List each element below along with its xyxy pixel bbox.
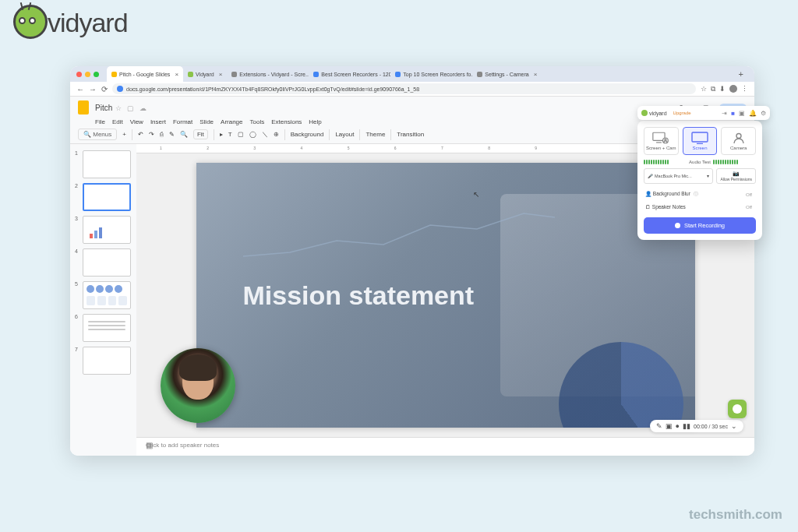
background-button[interactable]: Background xyxy=(291,131,324,138)
slide-thumbnails: 1 2 3 4 5 6 7 xyxy=(70,144,136,456)
thumbnail-2[interactable]: 2 xyxy=(75,183,132,211)
ext-vidyard-logo[interactable]: vidyard xyxy=(641,110,667,116)
menu-help[interactable]: Help xyxy=(309,118,321,125)
line-tool[interactable]: ＼ xyxy=(262,130,268,139)
layout-button[interactable]: Layout xyxy=(335,131,354,138)
back-button[interactable]: ← xyxy=(76,85,84,93)
close-tab-icon[interactable]: × xyxy=(531,71,538,78)
profile-avatar[interactable] xyxy=(729,85,737,93)
comment-tool[interactable]: ⊕ xyxy=(274,131,279,138)
info-icon[interactable]: ⓘ xyxy=(694,192,698,196)
pointer-icon[interactable]: ▣ xyxy=(666,422,673,430)
start-recording-button[interactable]: Start Recording xyxy=(644,217,756,234)
address-bar: ← → ⟳ docs.google.com/presentation/d/1Pf… xyxy=(70,82,754,97)
shape-tool[interactable]: ◯ xyxy=(249,131,256,138)
grid-view-icon[interactable]: ▦ xyxy=(146,441,153,449)
site-info-icon[interactable] xyxy=(117,86,123,92)
toggle-state: Off xyxy=(746,192,752,197)
vidyard-ant-icon xyxy=(12,6,44,39)
menu-tools[interactable]: Tools xyxy=(250,118,265,125)
audio-test-label: Audio Test xyxy=(689,160,711,164)
menu-insert[interactable]: Insert xyxy=(150,118,166,125)
mode-label: Screen + Cam xyxy=(646,146,676,150)
window-controls[interactable] xyxy=(76,72,99,77)
allow-permissions-button[interactable]: 📷Allow Permissions xyxy=(716,168,756,184)
menu-extensions[interactable]: Extensions xyxy=(271,118,302,125)
extension-header: vidyard Upgrade ⇥ ■ ▣ 🔔 ⚙ xyxy=(637,106,770,120)
zoom-fit[interactable]: Fit xyxy=(193,129,208,139)
print-button[interactable]: ⎙ xyxy=(160,131,164,138)
tab-0[interactable]: Pitch - Google Slides× xyxy=(107,66,183,82)
vidyard-floating-badge[interactable] xyxy=(728,400,747,418)
close-tab-icon[interactable]: × xyxy=(217,71,223,78)
pen-icon[interactable]: ✎ xyxy=(656,422,662,430)
theme-button[interactable]: Theme xyxy=(365,131,385,138)
extensions-icon[interactable]: ⧉ xyxy=(711,85,715,93)
mode-screen[interactable]: Screen xyxy=(683,127,718,155)
webcam-overlay[interactable] xyxy=(161,348,235,423)
slide-heading[interactable]: Mission statement xyxy=(243,280,475,311)
menu-edit[interactable]: Edit xyxy=(112,118,123,125)
thumbnail-7[interactable]: 7 xyxy=(75,347,132,375)
undo-button[interactable]: ↶ xyxy=(138,131,143,138)
tab-3[interactable]: Best Screen Recorders - 120...× xyxy=(309,66,390,82)
menu-file[interactable]: File xyxy=(95,118,105,125)
menu-arrange[interactable]: Arrange xyxy=(221,118,242,125)
current-slide[interactable]: Mission statement ↖ xyxy=(196,163,695,428)
record-icon[interactable]: ● xyxy=(676,422,680,430)
document-title[interactable]: Pitch☆ ▢ ☁ xyxy=(95,104,147,112)
thumbnail-6[interactable]: 6 xyxy=(75,314,132,342)
textbox-tool[interactable]: T xyxy=(228,131,232,138)
transition-button[interactable]: Transition xyxy=(397,131,424,138)
thumbnail-1[interactable]: 1 xyxy=(75,150,132,178)
thumbnail-5[interactable]: 5 xyxy=(75,281,132,309)
mic-dropdown[interactable]: 🎤MacBook Pro Mic...▾ xyxy=(644,168,713,184)
close-tab-icon[interactable]: × xyxy=(172,71,178,78)
zoom-button[interactable]: 🔍 xyxy=(180,131,188,138)
forward-button[interactable]: → xyxy=(89,85,97,93)
bell-icon[interactable]: 🔔 xyxy=(749,110,757,117)
tab-1[interactable]: Vidyard× xyxy=(183,66,227,82)
toggle-icon: 👤 xyxy=(645,191,651,196)
mode-screen-cam[interactable]: Screen + Cam xyxy=(644,127,679,155)
download-icon[interactable]: ⬇ xyxy=(719,85,726,93)
speaker-notes[interactable]: Click to add speaker notes xyxy=(136,437,754,456)
favicon-icon xyxy=(231,72,237,77)
tab-5[interactable]: Settings - Camera× xyxy=(472,66,542,82)
screen-cam-icon xyxy=(646,132,676,144)
reload-button[interactable]: ⟳ xyxy=(101,85,108,93)
chevron-down-icon[interactable]: ⌄ xyxy=(731,422,737,430)
menu-view[interactable]: View xyxy=(130,118,143,125)
new-tab-button[interactable]: + xyxy=(734,69,748,79)
mode-camera[interactable]: Camera xyxy=(721,127,756,155)
folder-icon[interactable]: ▣ xyxy=(739,110,745,117)
select-tool[interactable]: ▸ xyxy=(220,131,223,138)
thumbnail-4[interactable]: 4 xyxy=(75,248,132,277)
slides-logo-icon[interactable] xyxy=(78,100,89,115)
move-icon[interactable]: ▢ xyxy=(127,104,134,112)
redo-button[interactable]: ↷ xyxy=(149,131,154,138)
camera-icon xyxy=(723,132,754,144)
new-slide-button[interactable]: + xyxy=(122,131,126,138)
link-icon[interactable]: ⇥ xyxy=(722,110,727,117)
gear-icon[interactable]: ⚙ xyxy=(761,110,766,117)
tab-2[interactable]: Extensions - Vidyard - Scre...× xyxy=(227,66,309,82)
pause-icon[interactable]: ▮▮ xyxy=(683,422,690,430)
library-icon[interactable]: ■ xyxy=(731,110,735,117)
url-text: docs.google.com/presentation/d/1Pf4mZKYX… xyxy=(126,86,419,92)
menu-slide[interactable]: Slide xyxy=(200,118,214,125)
url-field[interactable]: docs.google.com/presentation/d/1Pf4mZKYX… xyxy=(112,83,696,94)
thumbnail-3[interactable]: 3 xyxy=(75,216,132,244)
upgrade-button[interactable]: Upgrade xyxy=(671,110,694,116)
record-dot-icon xyxy=(675,223,680,228)
search-menus[interactable]: 🔍 Menus xyxy=(78,129,117,140)
tab-4[interactable]: Top 10 Screen Recorders fo...× xyxy=(390,66,472,82)
menu-icon[interactable]: ⋮ xyxy=(741,85,748,93)
star-icon[interactable]: ☆ xyxy=(115,104,122,112)
toggle-row-1: 🗒 Speaker NotesOff xyxy=(644,201,756,213)
menu-format[interactable]: Format xyxy=(173,118,192,125)
paint-format-button[interactable]: ✎ xyxy=(169,131,175,138)
favicon-icon xyxy=(313,72,319,77)
star-icon[interactable]: ☆ xyxy=(701,85,707,93)
image-tool[interactable]: ▢ xyxy=(238,131,244,138)
